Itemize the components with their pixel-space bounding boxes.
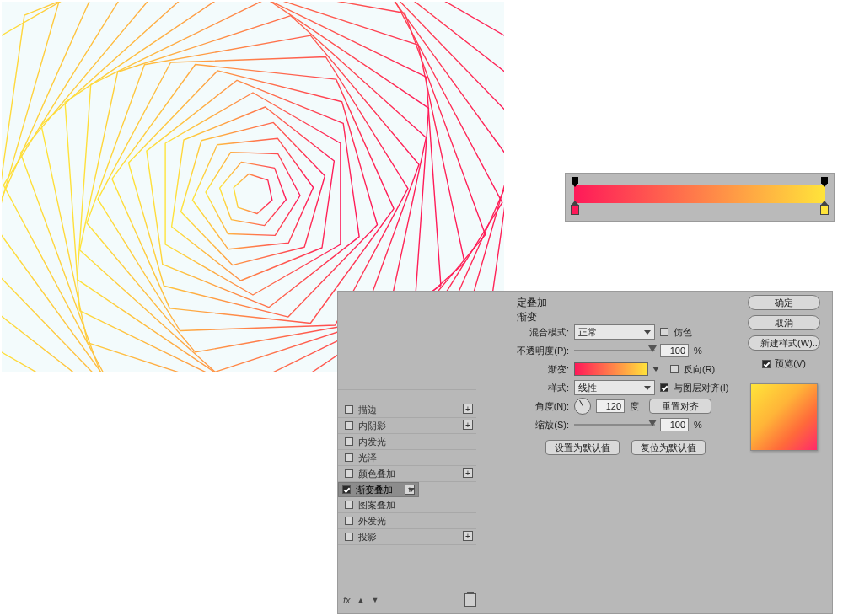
dither-label: 仿色 xyxy=(674,326,692,339)
style-label: 样式: xyxy=(515,382,569,394)
style-checkbox[interactable] xyxy=(345,421,353,430)
style-row-7[interactable]: 外发光 xyxy=(338,513,476,529)
blend-mode-select[interactable]: 正常 xyxy=(574,324,655,340)
styles-list: 描边+内阴影+内发光光泽颜色叠加+渐变叠加+图案叠加外发光投影+ xyxy=(338,389,476,545)
opacity-stop-left[interactable] xyxy=(572,177,578,184)
svg-marker-12 xyxy=(112,65,394,324)
svg-marker-20 xyxy=(220,162,287,225)
angle-label: 角度(N): xyxy=(515,400,569,413)
preview-row: 预览(V) xyxy=(762,357,806,370)
reverse-label: 反向(R) xyxy=(684,363,715,376)
opacity-slider[interactable] xyxy=(574,345,655,356)
align-checkbox[interactable] xyxy=(660,383,668,392)
style-checkbox[interactable] xyxy=(345,437,353,446)
group-title: 定叠加 xyxy=(517,296,547,310)
gradient-bar[interactable] xyxy=(565,173,835,222)
style-checkbox[interactable] xyxy=(345,453,353,462)
scale-field[interactable]: 100 xyxy=(660,418,689,431)
gradient-overlay-form: 混合模式: 正常 仿色 不透明度(P): 100 % 渐变: 反向(R) 样式:… xyxy=(515,324,736,455)
layer-style-dialog: 定叠加 渐变 描边+内阴影+内发光光泽颜色叠加+渐变叠加+图案叠加外发光投影+ … xyxy=(337,291,833,614)
style-checkbox[interactable] xyxy=(345,501,353,509)
style-checkbox[interactable] xyxy=(342,485,351,494)
style-select[interactable]: 线性 xyxy=(574,380,655,395)
style-row-0[interactable]: 描边+ xyxy=(338,402,476,418)
style-row-6[interactable]: 图案叠加 xyxy=(338,497,476,513)
align-label: 与图层对齐(I) xyxy=(674,382,728,394)
gradient-label: 渐变: xyxy=(515,363,569,376)
reverse-checkbox[interactable] xyxy=(670,365,679,373)
svg-marker-17 xyxy=(181,122,325,265)
reset-default-button[interactable]: 复位为默认值 xyxy=(631,440,706,455)
angle-field[interactable]: 120 xyxy=(596,399,625,413)
new-style-button[interactable]: 新建样式(W)... xyxy=(748,335,820,351)
svg-marker-21 xyxy=(234,174,272,214)
color-stop-right[interactable] xyxy=(820,205,829,215)
style-label: 图案叠加 xyxy=(358,497,395,512)
style-row-1[interactable]: 内阴影+ xyxy=(338,418,476,434)
style-checkbox[interactable] xyxy=(345,469,353,478)
opacity-field[interactable]: 100 xyxy=(660,344,689,357)
style-label: 光泽 xyxy=(358,450,377,465)
style-label: 投影 xyxy=(358,529,377,544)
style-row-2[interactable]: 内发光 xyxy=(338,434,476,450)
preview-checkbox[interactable] xyxy=(762,360,771,368)
svg-marker-18 xyxy=(192,138,313,249)
opacity-stop-right[interactable] xyxy=(821,177,828,184)
gradient-picker[interactable] xyxy=(574,362,648,376)
svg-marker-14 xyxy=(147,80,359,307)
dialog-right-column: 确定 取消 新建样式(W)... 预览(V) xyxy=(746,295,822,451)
scale-unit: % xyxy=(694,420,702,430)
style-label: 内阴影 xyxy=(358,418,386,433)
section-title: 渐变 xyxy=(517,310,537,324)
style-label: 渐变叠加 xyxy=(356,482,393,497)
set-default-button[interactable]: 设置为默认值 xyxy=(545,440,620,455)
opacity-unit: % xyxy=(694,345,702,356)
style-label: 内发光 xyxy=(358,434,386,449)
fx-label[interactable]: fx xyxy=(343,595,351,605)
preview-label: 预览(V) xyxy=(775,357,806,370)
reset-align-button[interactable]: 重置对齐 xyxy=(649,399,711,414)
cancel-button[interactable]: 取消 xyxy=(748,315,820,330)
style-checkbox[interactable] xyxy=(345,517,353,525)
scale-label: 缩放(S): xyxy=(515,419,569,431)
style-row-8[interactable]: 投影+ xyxy=(338,529,476,545)
preview-swatch xyxy=(750,383,818,451)
style-value: 线性 xyxy=(578,382,597,394)
styles-footer: fx ▲ ▼ xyxy=(343,593,476,607)
add-effect-icon[interactable]: + xyxy=(405,485,415,495)
angle-unit: 度 xyxy=(630,400,639,413)
color-stop-left[interactable] xyxy=(571,205,579,215)
style-label: 颜色叠加 xyxy=(358,466,395,481)
svg-marker-16 xyxy=(172,107,335,281)
style-label: 描边 xyxy=(358,402,377,417)
blend-mode-value: 正常 xyxy=(578,326,597,339)
add-effect-icon[interactable]: + xyxy=(463,420,473,430)
move-down-icon[interactable]: ▼ xyxy=(371,596,379,604)
ok-button[interactable]: 确定 xyxy=(748,295,820,310)
blend-mode-label: 混合模式: xyxy=(515,326,569,339)
style-checkbox[interactable] xyxy=(345,405,353,414)
svg-marker-11 xyxy=(98,57,408,331)
angle-dial[interactable] xyxy=(574,398,591,415)
svg-marker-15 xyxy=(165,93,341,295)
gradient-strip[interactable] xyxy=(574,185,825,203)
style-row-5[interactable]: 渐变叠加+ xyxy=(338,482,419,497)
add-effect-icon[interactable]: + xyxy=(463,531,473,541)
scale-slider[interactable] xyxy=(574,419,655,431)
trash-icon[interactable] xyxy=(464,593,476,607)
add-effect-icon[interactable]: + xyxy=(463,468,473,478)
style-row-4[interactable]: 颜色叠加+ xyxy=(338,466,476,482)
style-row-3[interactable]: 光泽 xyxy=(338,450,476,466)
opacity-label: 不透明度(P): xyxy=(515,345,569,357)
move-up-icon[interactable]: ▲ xyxy=(357,596,365,604)
style-checkbox[interactable] xyxy=(345,533,353,541)
dither-checkbox[interactable] xyxy=(660,328,668,336)
style-label: 外发光 xyxy=(358,513,386,528)
add-effect-icon[interactable]: + xyxy=(463,404,473,414)
